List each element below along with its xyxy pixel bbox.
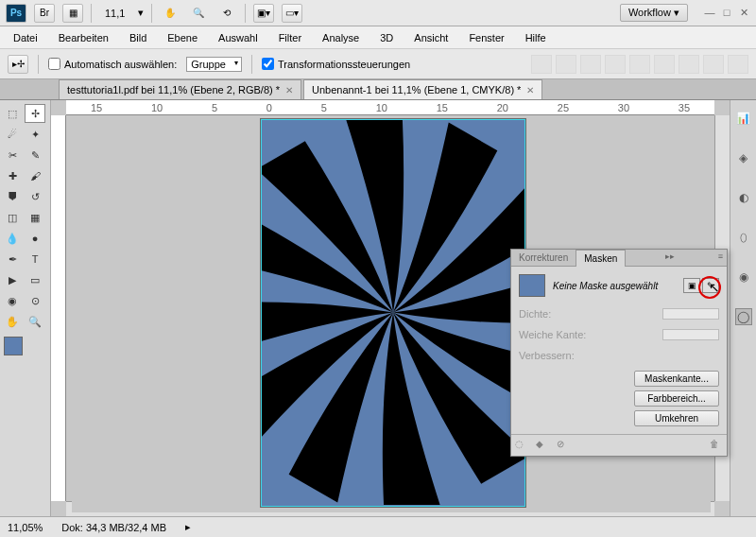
- menu-bild[interactable]: Bild: [120, 29, 156, 46]
- tab-korrekturen[interactable]: Korrekturen: [511, 250, 576, 266]
- document-tab[interactable]: Unbenannt-1 bei 11,1% (Ebene 1, CMYK/8) …: [303, 79, 542, 99]
- disable-mask-icon: ⊘: [557, 439, 570, 452]
- menu-datei[interactable]: Datei: [4, 29, 47, 46]
- tools-panel: ⬚ ✢ ☄ ✦ ✂ ✎ ✚ 🖌 ⛊ ↺ ◫ ▦ 💧 ● ✒ T ▶ ▭ ◉ ⊙ …: [0, 100, 51, 516]
- wand-tool-icon[interactable]: ✦: [25, 125, 45, 144]
- minimize-icon[interactable]: ―: [703, 7, 716, 19]
- masks-dock-icon[interactable]: ◯: [735, 308, 752, 325]
- tab-close-icon[interactable]: ✕: [526, 85, 534, 95]
- adjustments-icon[interactable]: ◉: [735, 268, 752, 286]
- distribute-icon: [703, 55, 724, 74]
- align-icon: [580, 55, 601, 74]
- add-vector-mask-icon[interactable]: ✎: [702, 278, 719, 293]
- type-tool-icon[interactable]: T: [25, 250, 45, 268]
- status-zoom[interactable]: 11,05%: [8, 522, 43, 533]
- minibridge-icon[interactable]: ▦: [62, 4, 83, 23]
- distribute-icon: [728, 55, 748, 74]
- options-bar: ▸✢ Automatisch auswählen: Gruppe Transfo…: [0, 49, 756, 79]
- feather-slider: [662, 329, 719, 340]
- channels-icon[interactable]: ◐: [735, 189, 752, 206]
- load-selection-icon: ◌: [515, 439, 528, 452]
- brush-tool-icon[interactable]: 🖌: [25, 166, 45, 185]
- pen-tool-icon[interactable]: ✒: [2, 250, 23, 268]
- arrange-icon[interactable]: ▣▾: [253, 4, 274, 23]
- menu-ebene[interactable]: Ebene: [158, 29, 207, 46]
- zoom-tool-icon[interactable]: 🔍: [25, 312, 45, 331]
- refine-label: Verbessern:: [519, 350, 575, 361]
- screen-mode-icon[interactable]: ▭▾: [282, 4, 302, 23]
- menu-filter[interactable]: Filter: [269, 29, 311, 46]
- maximize-icon[interactable]: □: [720, 7, 733, 19]
- ps-logo-icon[interactable]: Ps: [6, 4, 26, 23]
- menu-hilfe[interactable]: Hilfe: [516, 29, 556, 46]
- path-select-icon[interactable]: ▶: [2, 270, 23, 289]
- hand-icon[interactable]: ✋: [160, 4, 180, 23]
- align-icon: [654, 55, 675, 74]
- align-icon: [531, 55, 552, 74]
- rotate-icon[interactable]: ⟲: [216, 4, 237, 23]
- add-pixel-mask-icon[interactable]: ▣: [683, 278, 700, 293]
- history-brush-icon[interactable]: ↺: [25, 187, 45, 206]
- layers-icon[interactable]: ◈: [735, 149, 752, 166]
- stamp-tool-icon[interactable]: ⛊: [2, 187, 23, 206]
- bridge-icon[interactable]: Br: [34, 4, 55, 23]
- menu-3d[interactable]: 3D: [370, 29, 403, 46]
- document-tab[interactable]: testtutoria1l.pdf bei 11,1% (Ebene 2, RG…: [59, 79, 301, 99]
- move-tool-icon[interactable]: ✢: [25, 104, 45, 123]
- shape-tool-icon[interactable]: ▭: [25, 270, 45, 289]
- tab-close-icon[interactable]: ✕: [285, 85, 293, 95]
- blur-tool-icon[interactable]: 💧: [2, 229, 23, 248]
- menu-bearbeiten[interactable]: Bearbeiten: [49, 29, 118, 46]
- masks-panel: Korrekturen Masken ▸▸ ≡ Keine Maske ausg…: [510, 249, 728, 457]
- auto-select-target[interactable]: Gruppe: [186, 57, 242, 72]
- marquee-tool-icon[interactable]: ⬚: [2, 104, 23, 123]
- move-tool-preset-icon[interactable]: ▸✢: [8, 55, 28, 74]
- menu-ansicht[interactable]: Ansicht: [404, 29, 457, 46]
- eyedropper-tool-icon[interactable]: ✎: [25, 146, 45, 165]
- auto-select-checkbox[interactable]: Automatisch auswählen:: [48, 58, 177, 70]
- mask-edge-button[interactable]: Maskenkante...: [634, 371, 719, 387]
- zoom-level[interactable]: 11,1: [99, 8, 130, 19]
- feather-label: Weiche Kante:: [519, 329, 586, 340]
- artboard[interactable]: [261, 119, 525, 507]
- foreground-color[interactable]: [4, 337, 23, 355]
- status-bar: 11,05% Dok: 34,3 MB/32,4 MB ▸: [0, 516, 756, 537]
- align-icon: [556, 55, 576, 74]
- 3d-tool-icon[interactable]: ◉: [2, 291, 23, 310]
- status-doc-size[interactable]: Dok: 34,3 MB/32,4 MB: [61, 522, 166, 533]
- right-dock: 📊 ◈ ◐ ⬯ ◉ ◯: [730, 100, 756, 516]
- align-icon: [605, 55, 626, 74]
- invert-button[interactable]: Umkehren: [634, 410, 719, 426]
- panel-collapse-icon[interactable]: ▸▸: [662, 250, 679, 266]
- crop-tool-icon[interactable]: ✂: [2, 146, 23, 165]
- gradient-tool-icon[interactable]: ▦: [25, 208, 45, 227]
- menu-bar: Datei Bearbeiten Bild Ebene Auswahl Filt…: [0, 26, 756, 49]
- transform-controls-checkbox[interactable]: Transformationssteuerungen: [262, 58, 410, 70]
- menu-fenster[interactable]: Fenster: [459, 29, 513, 46]
- panel-footer: ◌ ◆ ⊘ 🗑: [511, 434, 727, 456]
- ruler-horizontal[interactable]: 1510505101520253035: [66, 100, 714, 115]
- swirl-artwork: [262, 120, 524, 505]
- menu-auswahl[interactable]: Auswahl: [209, 29, 267, 46]
- workspace-switcher[interactable]: Workflow ▾: [620, 4, 688, 22]
- hand-tool-icon[interactable]: ✋: [2, 312, 23, 331]
- menu-analyse[interactable]: Analyse: [313, 29, 369, 46]
- mask-status-text: Keine Maske ausgewählt: [553, 281, 676, 291]
- lasso-tool-icon[interactable]: ☄: [2, 125, 23, 144]
- mask-thumbnail[interactable]: [519, 274, 545, 297]
- close-icon[interactable]: ✕: [737, 7, 750, 19]
- 3d-camera-icon[interactable]: ⊙: [25, 291, 45, 310]
- ruler-vertical[interactable]: [51, 115, 66, 501]
- color-range-button[interactable]: Farbbereich...: [634, 390, 719, 407]
- distribute-icon: [679, 55, 699, 74]
- title-bar: Ps Br ▦ 11,1▾ ✋ 🔍 ⟲ ▣▾ ▭▾ Workflow ▾ ― □…: [0, 0, 756, 26]
- panel-menu-icon[interactable]: ≡: [714, 250, 727, 266]
- dodge-tool-icon[interactable]: ●: [25, 229, 45, 248]
- eraser-tool-icon[interactable]: ◫: [2, 208, 23, 227]
- zoom-icon[interactable]: 🔍: [188, 4, 209, 23]
- heal-tool-icon[interactable]: ✚: [2, 166, 23, 185]
- paths-icon[interactable]: ⬯: [735, 229, 752, 246]
- histogram-icon[interactable]: 📊: [735, 110, 752, 127]
- tab-masken[interactable]: Masken: [576, 250, 626, 267]
- apply-mask-icon: ◆: [536, 439, 549, 452]
